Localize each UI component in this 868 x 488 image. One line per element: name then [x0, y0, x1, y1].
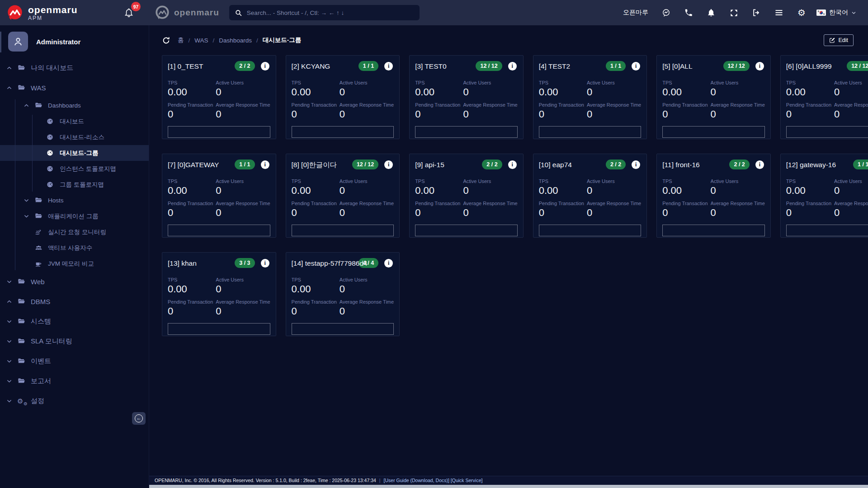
metric-value: 0.00	[292, 87, 337, 97]
dashboard-group-card[interactable]: [11] front-16 2 / 2 i TPS0.00 Active Use…	[656, 154, 771, 238]
sidebar-item[interactable]: 인스턴스 토폴로지맵	[0, 161, 149, 177]
card-metrics: TPS0.00 Active Users0 Pending Transactio…	[168, 80, 270, 119]
dashboard-group-card[interactable]: [7] [0]GATEWAY 1 / 1 i TPS0.00 Active Us…	[162, 154, 276, 238]
sidebar-item[interactable]: 실시간 요청 모니터링	[0, 224, 149, 240]
sidebar-item[interactable]: DBMS	[0, 291, 149, 311]
dashboard-group-card[interactable]: [13] khan 3 / 3 i TPS0.00 Active Users0 …	[162, 252, 276, 336]
info-icon[interactable]: i	[508, 62, 517, 70]
info-icon[interactable]: i	[384, 160, 393, 169]
sidebar-item[interactable]: 액티브 사용자수	[0, 240, 149, 256]
refresh-icon	[162, 36, 170, 45]
logout-button[interactable]	[749, 5, 764, 20]
sidebar-item-label: 설정	[31, 397, 44, 405]
metric-value: 0	[340, 185, 394, 196]
sidebar-item[interactable]: 애플리케이션 그룹	[0, 208, 149, 224]
phone-button[interactable]	[681, 5, 696, 20]
metric-label: Pending Transaction	[662, 102, 708, 108]
metric-value: 0	[168, 207, 213, 218]
card-header: [6] [0]ALL9999 12 / 12 i	[786, 61, 868, 73]
metric-label: Active Users	[834, 80, 868, 85]
language-selector[interactable]: 한국어	[816, 9, 856, 17]
dashboard-group-card[interactable]: [10] eap74 2 / 2 i TPS0.00 Active Users0…	[533, 154, 647, 238]
breadcrumb-item[interactable]: Dashboards	[219, 37, 252, 44]
dashboard-group-card[interactable]: [5] [0]ALL 12 / 12 i TPS0.00 Active User…	[656, 55, 771, 139]
notifications-bell-button[interactable]: 97	[121, 5, 137, 20]
metric: Average Response Time0	[587, 102, 641, 119]
metric-label: TPS	[292, 277, 337, 282]
sidebar-collapse-button[interactable]: ←	[132, 412, 146, 425]
brand-title: openmaru	[28, 5, 78, 14]
info-icon[interactable]: i	[384, 259, 393, 267]
current-user-label[interactable]: 오픈마루	[623, 9, 648, 17]
metric-label: Pending Transaction	[415, 201, 460, 206]
sidebar-item[interactable]: WAS	[0, 78, 149, 98]
info-icon[interactable]: i	[261, 160, 269, 169]
metric-value: 0	[662, 207, 708, 218]
dashboard-group-card[interactable]: [1] 0_TEST 2 / 2 i TPS0.00 Active Users0…	[162, 55, 276, 139]
sidebar-item[interactable]: 이벤트	[0, 351, 149, 371]
chevron-down-icon	[6, 279, 17, 285]
metric-label: Average Response Time	[587, 201, 641, 206]
sidebar-item[interactable]: 나의 대시보드	[0, 58, 149, 78]
alerts-bell-button[interactable]	[703, 5, 719, 20]
sidebar-item[interactable]: 보고서	[0, 371, 149, 391]
metric-label: Active Users	[711, 80, 765, 85]
arrow-left-icon: ←	[135, 414, 143, 422]
edit-button[interactable]: Edit	[824, 34, 854, 46]
sparkline-chart	[415, 126, 518, 138]
sidebar-item[interactable]: Dashboards	[0, 98, 149, 113]
fullscreen-button[interactable]	[726, 5, 741, 20]
info-icon[interactable]: i	[755, 160, 764, 169]
menu-button[interactable]	[771, 5, 787, 20]
dashboard-group-card[interactable]: [2] KCYANG 1 / 1 i TPS0.00 Active Users0…	[286, 55, 400, 139]
refresh-button[interactable]	[162, 36, 170, 45]
horizontal-scrollbar[interactable]	[149, 485, 868, 488]
sidebar-item[interactable]: 그룹 토폴로지맵	[0, 177, 149, 192]
openmaru-chat-button[interactable]	[658, 5, 674, 20]
card-header: [12] gateway-16 1 / 1 i	[786, 160, 868, 171]
metric: Pending Transaction0	[415, 102, 460, 119]
sidebar-item-label: 액티브 사용자수	[48, 244, 92, 252]
info-icon[interactable]: i	[261, 62, 269, 70]
sidebar-scrollbar[interactable]	[0, 32, 1, 52]
info-icon[interactable]: i	[508, 160, 517, 169]
dashboard-group-card[interactable]: [8] [0]한글이다 12 / 12 i TPS0.00 Active Use…	[286, 154, 400, 238]
info-icon[interactable]: i	[261, 259, 269, 267]
sidebar-item[interactable]: 대시보드-그룹	[0, 145, 149, 161]
sidebar-item[interactable]: Hosts	[0, 192, 149, 208]
search-input[interactable]	[247, 9, 414, 16]
dashboard-group-card[interactable]: [9] api-15 2 / 2 i TPS0.00 Active Users0…	[409, 154, 524, 238]
sidebar-item[interactable]: 대시보드-리소스	[0, 129, 149, 145]
info-icon[interactable]: i	[384, 62, 393, 70]
user-profile[interactable]: Administrator	[0, 25, 149, 57]
dashboard-group-card[interactable]: [14] testapp-57f77986d4 4 / 4 i TPS0.00 …	[286, 252, 400, 336]
metric-label: TPS	[168, 80, 213, 85]
sidebar-item[interactable]: Web	[0, 272, 149, 291]
dashboard-group-card[interactable]: [12] gateway-16 1 / 1 i TPS0.00 Active U…	[780, 154, 868, 238]
dashboard-group-card[interactable]: [6] [0]ALL9999 12 / 12 i TPS0.00 Active …	[780, 55, 868, 139]
card-metrics: TPS0.00 Active Users0 Pending Transactio…	[168, 178, 270, 218]
breadcrumb-item[interactable]: WAS	[194, 37, 208, 44]
sparkline-chart	[786, 126, 868, 138]
metric-value: 0	[168, 109, 213, 119]
breadcrumb-home[interactable]: 홈	[178, 36, 184, 44]
metric-value: 0.00	[292, 284, 337, 294]
gauge-icon	[46, 149, 56, 157]
sidebar-item[interactable]: SLA 모니터링	[0, 331, 149, 351]
metric: Average Response Time0	[340, 102, 394, 119]
brand-subtitle: APM	[28, 15, 78, 21]
dashboard-group-card[interactable]: [3] TEST0 12 / 12 i TPS0.00 Active Users…	[409, 55, 524, 139]
metric: Active Users0	[463, 80, 517, 97]
info-icon[interactable]: i	[755, 62, 764, 70]
sparkline-chart	[292, 225, 394, 236]
footer-links[interactable]: [User Guide (Download, Docs)] [Quick Ser…	[384, 478, 483, 483]
metric-label: Average Response Time	[463, 102, 517, 108]
settings-button[interactable]: ⚙	[794, 5, 809, 20]
chevron-down-icon	[6, 358, 17, 364]
sidebar-item[interactable]: 대시보드	[0, 113, 149, 129]
sidebar-item[interactable]: ⚙⚙ 설정	[0, 391, 149, 411]
dashboard-group-card[interactable]: [4] TEST2 1 / 1 i TPS0.00 Active Users0 …	[533, 55, 647, 139]
card-metrics: TPS0.00 Active Users0 Pending Transactio…	[292, 178, 394, 218]
sidebar-item[interactable]: 시스템	[0, 311, 149, 331]
sidebar-item[interactable]: JVM 메모리 비교	[0, 256, 149, 272]
